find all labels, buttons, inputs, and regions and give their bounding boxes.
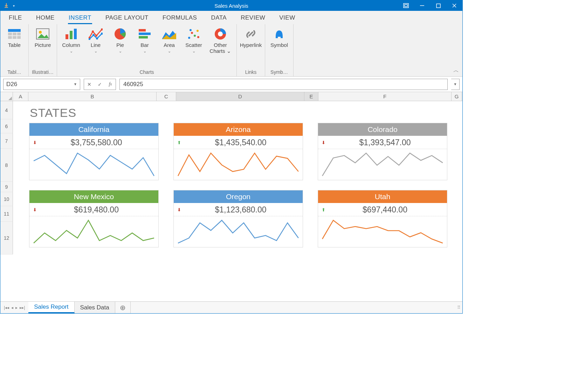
spreadsheet-grid: ABCDEFG 46789101112 STATES California⬇$3…: [0, 92, 462, 301]
picture-icon: [36, 27, 50, 41]
ribbon-item-label: Line: [91, 42, 101, 48]
menu-tab-formulas[interactable]: FORMULAS: [162, 12, 198, 24]
column-header-E[interactable]: E: [304, 92, 318, 101]
enter-formula-button[interactable]: ✓: [95, 79, 105, 90]
add-sheet-button[interactable]: ⊕: [115, 302, 131, 313]
sheet-nav-prev-icon[interactable]: ◂: [11, 305, 13, 310]
formula-input[interactable]: [119, 79, 448, 90]
app-window: ▾ Sales Analysis FILEHOMEINSERTPAGE LAYO…: [0, 0, 463, 314]
row-header-9[interactable]: 9: [0, 182, 13, 192]
sheet-resize-handle[interactable]: ⠿: [455, 302, 462, 313]
qat-touch-icon[interactable]: [3, 2, 9, 9]
chevron-down-icon: ⌄: [94, 49, 97, 54]
other-icon: [213, 27, 227, 41]
column-header-B[interactable]: B: [28, 92, 157, 101]
svg-rect-11: [13, 36, 16, 39]
svg-point-32: [194, 35, 196, 37]
sparkline: [29, 216, 158, 247]
chevron-down-icon: ⌄: [192, 49, 195, 54]
menu-tab-page-layout[interactable]: PAGE LAYOUT: [105, 12, 149, 24]
cancel-formula-button[interactable]: ✕: [84, 79, 95, 90]
menu-tab-insert[interactable]: INSERT: [68, 12, 92, 24]
row-header-7[interactable]: 7: [0, 133, 13, 149]
minimize-button[interactable]: [414, 0, 430, 11]
column-header-D[interactable]: D: [176, 92, 304, 101]
menu-tabs: FILEHOMEINSERTPAGE LAYOUTFORMULASDATAREV…: [0, 11, 462, 24]
ribbon-item-label: Area: [164, 42, 175, 48]
ribbon-column-button[interactable]: Column⌄: [60, 26, 82, 69]
menu-tab-data[interactable]: DATA: [210, 12, 227, 24]
menu-tab-view[interactable]: VIEW: [278, 12, 296, 24]
close-button[interactable]: [446, 0, 462, 11]
hyperlink-icon: [244, 27, 258, 41]
sparkline: [318, 216, 447, 247]
ribbon-group-links: HyperlinkLinks: [237, 24, 265, 76]
svg-rect-0: [404, 4, 408, 8]
pie-icon: [113, 27, 127, 41]
maximize-button[interactable]: [430, 0, 446, 11]
ribbon-display-options-icon[interactable]: [398, 0, 414, 11]
menu-tab-file[interactable]: FILE: [8, 12, 23, 24]
name-box[interactable]: D26 ▼: [3, 79, 80, 90]
ribbon-other-button[interactable]: Other Charts ⌄: [207, 26, 234, 69]
ribbon-item-label: Picture: [35, 42, 51, 48]
ribbon-group-label: Tabl…: [3, 69, 26, 76]
cell-reference: D26: [6, 81, 17, 88]
insert-function-button[interactable]: fx: [105, 79, 116, 90]
qat-dropdown-icon[interactable]: ▾: [12, 4, 16, 8]
menu-tab-home[interactable]: HOME: [35, 12, 55, 24]
ribbon-line-button[interactable]: Line⌄: [84, 26, 107, 69]
sheet-nav-last-icon[interactable]: ▸▸|: [20, 305, 25, 310]
name-box-dropdown-icon[interactable]: ▼: [74, 82, 77, 86]
row-headers: 46789101112: [0, 101, 13, 301]
card-value: $1,123,680.00: [182, 205, 299, 215]
sheet-nav-next-icon[interactable]: ▸: [15, 305, 18, 310]
card-value: $3,755,580.00: [38, 138, 155, 147]
card-header: California: [29, 123, 158, 136]
column-headers: ABCDEFG: [0, 92, 462, 101]
state-card-arizona: Arizona⬆$1,435,540.00: [173, 123, 303, 180]
svg-point-34: [190, 29, 192, 31]
sheet-nav-first-icon[interactable]: |◂◂: [4, 305, 9, 310]
row-header-8[interactable]: 8: [0, 149, 13, 182]
formula-expand-icon[interactable]: ▼: [451, 79, 460, 90]
ribbon-item-label: Pie: [116, 42, 124, 48]
ribbon-symbol-button[interactable]: Symbol: [268, 26, 290, 69]
ribbon-bar-button[interactable]: Bar⌄: [133, 26, 156, 69]
svg-rect-1: [405, 5, 407, 7]
column-header-C[interactable]: C: [157, 92, 176, 101]
sparkline: [318, 149, 447, 180]
ribbon-group-tabl: TableTabl…: [0, 24, 29, 76]
state-card-utah: Utah⬆$697,440.00: [318, 190, 447, 247]
card-header: Oregon: [174, 190, 303, 203]
column-header-G[interactable]: G: [452, 92, 462, 101]
ribbon-table-button[interactable]: Table: [3, 26, 26, 69]
ribbon-pie-button[interactable]: Pie⌄: [109, 26, 131, 69]
ribbon-item-label: Bar: [140, 42, 149, 48]
ribbon-scatter-button[interactable]: Scatter⌄: [183, 26, 205, 69]
svg-point-24: [96, 37, 98, 40]
row-header-11[interactable]: 11: [0, 206, 13, 222]
row-header-12[interactable]: 12: [0, 222, 13, 254]
ribbon: TableTabl…PictureIllustrati…Column⌄Line⌄…: [0, 24, 462, 77]
svg-rect-29: [139, 36, 148, 38]
row-header-6[interactable]: 6: [0, 119, 13, 133]
state-card-california: California⬇$3,755,580.00: [29, 123, 159, 180]
ribbon-picture-button[interactable]: Picture: [32, 26, 54, 69]
column-header-F[interactable]: F: [318, 92, 452, 101]
sheet-tab-sales-data[interactable]: Sales Data: [75, 302, 115, 313]
menu-tab-review[interactable]: REVIEW: [240, 12, 266, 24]
svg-point-14: [39, 31, 42, 34]
select-all-corner[interactable]: [0, 92, 13, 101]
collapse-ribbon-icon[interactable]: ︿: [453, 67, 459, 74]
column-header-A[interactable]: A: [13, 92, 28, 101]
card-value-row: ⬇$3,755,580.00: [29, 136, 158, 149]
row-header-4[interactable]: 4: [0, 101, 13, 119]
row-header-10[interactable]: 10: [0, 192, 13, 206]
sheet-tab-sales-report[interactable]: Sales Report: [28, 302, 74, 313]
ribbon-area-button[interactable]: Area⌄: [158, 26, 180, 69]
titlebar: ▾ Sales Analysis: [0, 0, 462, 11]
ribbon-item-label: Other Charts ⌄: [207, 42, 234, 54]
cell-area[interactable]: STATES California⬇$3,755,580.00Arizona⬆$…: [13, 101, 462, 301]
ribbon-hyperlink-button[interactable]: Hyperlink: [240, 26, 262, 69]
